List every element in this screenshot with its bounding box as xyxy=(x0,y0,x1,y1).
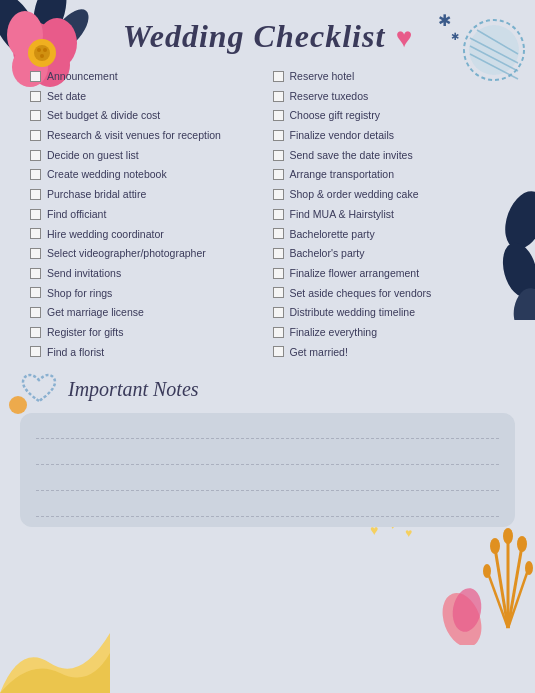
item-label: Find a florist xyxy=(47,345,104,360)
notes-lines xyxy=(20,413,515,527)
item-label: Create wedding notebook xyxy=(47,167,167,182)
right-checklist-item[interactable]: Get married! xyxy=(273,343,506,362)
svg-point-30 xyxy=(490,538,500,554)
item-label: Research & visit venues for reception xyxy=(47,128,221,143)
checkbox[interactable] xyxy=(30,91,41,102)
svg-text:♥: ♥ xyxy=(405,526,412,540)
checkbox[interactable] xyxy=(273,209,284,220)
checkbox[interactable] xyxy=(273,327,284,338)
left-checklist-item[interactable]: Announcement xyxy=(30,67,263,86)
checkbox[interactable] xyxy=(30,287,41,298)
right-checklist-item[interactable]: Set aside cheques for vendors xyxy=(273,284,506,303)
checkbox[interactable] xyxy=(273,346,284,357)
right-checklist-item[interactable]: Finalize vendor details xyxy=(273,126,506,145)
left-checklist-item[interactable]: Select videographer/photographer xyxy=(30,244,263,263)
checkbox[interactable] xyxy=(273,248,284,259)
checkbox[interactable] xyxy=(30,346,41,357)
right-checklist-item[interactable]: Send save the date invites xyxy=(273,146,506,165)
right-checklist-item[interactable]: Reserve tuxedos xyxy=(273,87,506,106)
left-checklist-item[interactable]: Research & visit venues for reception xyxy=(30,126,263,145)
checkbox[interactable] xyxy=(273,307,284,318)
checkbox[interactable] xyxy=(30,268,41,279)
checkbox[interactable] xyxy=(30,169,41,180)
page-title: Wedding Checklist xyxy=(123,18,386,54)
item-label: Distribute wedding timeline xyxy=(290,305,415,320)
item-label: Set budget & divide cost xyxy=(47,108,160,123)
notes-title: Important Notes xyxy=(68,378,199,401)
note-line[interactable] xyxy=(36,501,499,517)
checkbox[interactable] xyxy=(273,189,284,200)
right-checklist-item[interactable]: Shop & order wedding cake xyxy=(273,185,506,204)
item-label: Bachelor's party xyxy=(290,246,365,261)
pink-leaf xyxy=(437,585,487,645)
item-label: Set aside cheques for vendors xyxy=(290,286,432,301)
item-label: Find officiant xyxy=(47,207,106,222)
checklist-container: AnnouncementSet dateSet budget & divide … xyxy=(0,63,535,361)
right-checklist-item[interactable]: Finalize flower arrangement xyxy=(273,264,506,283)
checkbox[interactable] xyxy=(30,209,41,220)
item-label: Finalize flower arrangement xyxy=(290,266,420,281)
checkbox[interactable] xyxy=(273,71,284,82)
checkbox[interactable] xyxy=(30,307,41,318)
right-checklist-item[interactable]: Arrange transportation xyxy=(273,165,506,184)
checkbox[interactable] xyxy=(273,130,284,141)
right-checklist-item[interactable]: Reserve hotel xyxy=(273,67,506,86)
left-checklist-item[interactable]: Create wedding notebook xyxy=(30,165,263,184)
item-label: Arrange transportation xyxy=(290,167,394,182)
right-checklist-item[interactable]: Distribute wedding timeline xyxy=(273,303,506,322)
item-label: Bachelorette party xyxy=(290,227,375,242)
left-checklist-item[interactable]: Register for gifts xyxy=(30,323,263,342)
header: Wedding Checklist ♥ xyxy=(0,0,535,63)
item-label: Finalize everything xyxy=(290,325,378,340)
checkbox[interactable] xyxy=(273,169,284,180)
left-checklist-item[interactable]: Send invitations xyxy=(30,264,263,283)
right-checklist-item[interactable]: Finalize everything xyxy=(273,323,506,342)
checkbox[interactable] xyxy=(30,228,41,239)
item-label: Announcement xyxy=(47,69,118,84)
checkbox[interactable] xyxy=(273,287,284,298)
item-label: Register for gifts xyxy=(47,325,123,340)
left-checklist-item[interactable]: Get marriage license xyxy=(30,303,263,322)
checkbox[interactable] xyxy=(30,327,41,338)
checkbox[interactable] xyxy=(30,248,41,259)
svg-line-27 xyxy=(508,546,522,628)
svg-point-33 xyxy=(483,564,491,578)
left-checklist-item[interactable]: Shop for rings xyxy=(30,284,263,303)
item-label: Finalize vendor details xyxy=(290,128,394,143)
item-label: Get marriage license xyxy=(47,305,144,320)
item-label: Select videographer/photographer xyxy=(47,246,206,261)
left-checklist-item[interactable]: Find a florist xyxy=(30,343,263,362)
checkbox[interactable] xyxy=(30,150,41,161)
item-label: Reserve tuxedos xyxy=(290,89,369,104)
checkbox[interactable] xyxy=(273,91,284,102)
right-checklist-item[interactable]: Choose gift registry xyxy=(273,106,506,125)
right-column: Reserve hotelReserve tuxedosChoose gift … xyxy=(273,67,506,361)
checkbox[interactable] xyxy=(30,130,41,141)
svg-point-32 xyxy=(517,536,527,552)
item-label: Send save the date invites xyxy=(290,148,413,163)
item-label: Reserve hotel xyxy=(290,69,355,84)
svg-line-29 xyxy=(508,570,528,628)
right-checklist-item[interactable]: Bachelor's party xyxy=(273,244,506,263)
left-checklist-item[interactable]: Find officiant xyxy=(30,205,263,224)
note-line[interactable] xyxy=(36,423,499,439)
checkbox[interactable] xyxy=(273,150,284,161)
checkbox[interactable] xyxy=(273,228,284,239)
left-column: AnnouncementSet dateSet budget & divide … xyxy=(30,67,263,361)
checkbox[interactable] xyxy=(273,110,284,121)
note-line[interactable] xyxy=(36,449,499,465)
left-checklist-item[interactable]: Decide on guest list xyxy=(30,146,263,165)
page: ✱ ✱ ♥ ♥ ♥ Wedding Ch xyxy=(0,0,535,693)
note-line[interactable] xyxy=(36,475,499,491)
left-checklist-item[interactable]: Purchase bridal attire xyxy=(30,185,263,204)
left-checklist-item[interactable]: Set date xyxy=(30,87,263,106)
left-checklist-item[interactable]: Hire wedding coordinator xyxy=(30,225,263,244)
checkbox[interactable] xyxy=(30,71,41,82)
right-checklist-item[interactable]: Find MUA & Hairstylist xyxy=(273,205,506,224)
checkbox[interactable] xyxy=(273,268,284,279)
notes-section: Important Notes xyxy=(20,373,515,527)
left-checklist-item[interactable]: Set budget & divide cost xyxy=(30,106,263,125)
checkbox[interactable] xyxy=(30,189,41,200)
right-checklist-item[interactable]: Bachelorette party xyxy=(273,225,506,244)
checkbox[interactable] xyxy=(30,110,41,121)
